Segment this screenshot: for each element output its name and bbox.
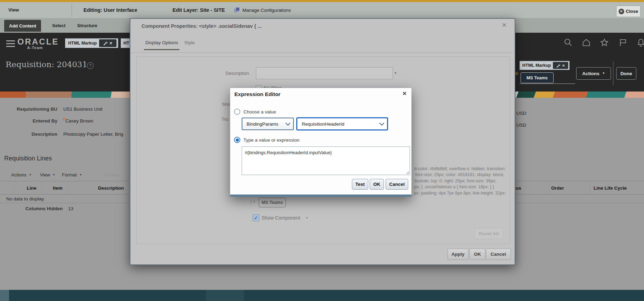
cancel-button[interactable]: Cancel	[486, 248, 511, 260]
ok-button[interactable]: OK	[469, 248, 485, 260]
binding-parameter-select[interactable]: RequisitionHeaderId	[296, 117, 388, 130]
description-input[interactable]	[256, 67, 393, 79]
column-header-item[interactable]: Item	[53, 185, 63, 191]
type-value-radio[interactable]	[234, 137, 240, 143]
test-label: Test	[355, 182, 365, 187]
detail-value-description: Photocopy Paper Letter, Brig	[63, 132, 123, 137]
cancel-button[interactable]: Cancel	[386, 179, 408, 190]
expression-editor-dialog: Expression Editor ✕ Choose a value Bindi…	[230, 88, 412, 197]
show-component-dropdown-icon[interactable]: ▼	[305, 216, 308, 220]
reset-all-label: Reset All	[479, 231, 499, 236]
css-preview-line: px; padding: 4px 7px 8px 8px; line-heigh…	[414, 191, 506, 196]
column-header-line-life-cycle[interactable]: Line Life Cycle	[594, 185, 627, 191]
chevron-down-icon: ▼	[79, 174, 82, 176]
css-preview-line: px; } .socialSidenav a { font-size: 18px…	[414, 184, 494, 189]
banner-segment	[534, 92, 555, 98]
table-actions-label: Actions	[11, 172, 26, 177]
binding-category-select[interactable]: BindingParams	[242, 118, 294, 130]
remove-component-icon[interactable]: ✕	[562, 64, 565, 68]
css-preview-line: bsolute; top: 0; right: 25px; font-size:…	[414, 179, 497, 183]
table-format-menu[interactable]: Format ▼	[62, 172, 82, 177]
column-header-line[interactable]: Line	[27, 185, 37, 191]
detail-label-description: Description	[7, 132, 57, 137]
cancel-label: Cancel	[389, 182, 404, 187]
ok-label: OK	[474, 252, 481, 257]
chevron-down-icon	[285, 121, 290, 126]
table-format-label: Format	[62, 172, 77, 177]
column-header-order[interactable]: Order	[551, 185, 564, 191]
html-markup-chip-label: HTML Markup	[68, 41, 97, 46]
table-view-menu[interactable]: View ▼	[40, 172, 55, 177]
html-markup-chip[interactable]: HTML Markup ✕	[65, 38, 118, 48]
test-button[interactable]: Test	[352, 179, 368, 190]
expression-textarea[interactable]: #{bindings.RequisitionHeaderId.inputValu…	[242, 146, 410, 175]
freeze-button[interactable]: Freeze	[105, 172, 119, 177]
notifications-bell-icon[interactable]	[636, 38, 644, 47]
wrench-icon[interactable]	[556, 64, 560, 68]
chip-tools: ✕	[99, 39, 116, 47]
view-menu[interactable]: View	[8, 7, 19, 13]
expression-editor-title: Expression Editor	[234, 91, 281, 97]
reset-all-button[interactable]: Reset All	[474, 228, 503, 239]
tabs-divider	[130, 53, 513, 53]
wrench-icon[interactable]	[103, 41, 107, 45]
choose-value-label: Choose a value	[243, 109, 276, 114]
column-header-description[interactable]: Description	[98, 185, 124, 191]
ms-teams-chip[interactable]: MS Teams	[259, 198, 286, 207]
add-content-button[interactable]: Add Content	[4, 20, 41, 32]
footer-segment	[206, 290, 244, 301]
home-icon[interactable]	[581, 38, 591, 47]
done-button[interactable]: Done	[616, 67, 636, 80]
banner-segment	[553, 92, 588, 98]
currency-value: USD	[516, 122, 526, 128]
chevron-down-icon: ▼	[602, 72, 605, 75]
right-html-markup-chip[interactable]: HTML Markup ✕	[520, 61, 570, 70]
page-title: Requisition: 204031	[6, 60, 87, 69]
edit-layer-label: Edit Layer: Site - SITE	[172, 7, 225, 13]
manage-configurations-link[interactable]: Manage Configurations	[242, 8, 291, 13]
tab-display-options[interactable]: Display Options	[145, 40, 178, 45]
ok-button[interactable]: OK	[370, 179, 384, 190]
empty-table-message: No data to display.	[6, 196, 45, 201]
css-preview-line: font-size: 25px; color: #818181; display…	[415, 172, 504, 177]
ms-teams-button[interactable]: MS Teams	[521, 72, 554, 83]
resize-handle[interactable]	[406, 171, 409, 174]
column-divider	[549, 182, 549, 194]
column-divider	[14, 182, 14, 194]
flag-icon[interactable]	[618, 38, 628, 47]
table-actions-menu[interactable]: Actions ▼	[11, 172, 32, 177]
structure-tab[interactable]: Structure	[77, 23, 97, 28]
help-icon[interactable]: ?	[87, 62, 94, 69]
add-content-label: Add Content	[9, 23, 36, 29]
apply-button[interactable]: Apply	[448, 248, 468, 260]
choose-value-radio[interactable]	[234, 109, 240, 115]
hamburger-menu-icon[interactable]	[6, 40, 15, 47]
close-button[interactable]: ✕ Close	[616, 6, 641, 17]
toolbar-divider	[72, 3, 72, 17]
actions-button[interactable]: Actions ▼	[576, 67, 611, 80]
actions-label: Actions	[582, 71, 599, 76]
remove-component-icon[interactable]: ✕	[109, 41, 112, 46]
close-icon[interactable]: ✕	[402, 90, 407, 97]
detail-value-entered-by[interactable]: Casey Brown	[65, 118, 93, 124]
favorites-star-icon[interactable]	[599, 38, 609, 47]
markup-fragment-text: } ×	[250, 199, 255, 204]
clipped-chip-label: HT	[123, 41, 129, 46]
close-icon[interactable]: ✕	[502, 22, 507, 29]
show-component-label: Show Component	[261, 215, 300, 221]
show-component-checkbox[interactable]: ✓	[252, 214, 259, 221]
search-icon[interactable]	[563, 38, 573, 47]
banner-segment	[71, 92, 111, 98]
done-label: Done	[620, 71, 632, 76]
columns-hidden-label: Columns Hidden	[25, 206, 63, 211]
select-tab[interactable]: Select	[52, 23, 65, 28]
chevron-down-icon	[379, 121, 384, 126]
column-header-status-clipped[interactable]: us	[516, 185, 521, 191]
detail-label-entered-by: Entered By	[7, 118, 57, 124]
tab-style[interactable]: Style	[184, 40, 195, 45]
column-divider	[42, 182, 42, 194]
active-tab-underline	[144, 49, 179, 50]
description-dropdown-icon[interactable]: ▼	[394, 72, 397, 75]
chip-underline	[520, 84, 575, 84]
cancel-label: Cancel	[491, 252, 506, 257]
